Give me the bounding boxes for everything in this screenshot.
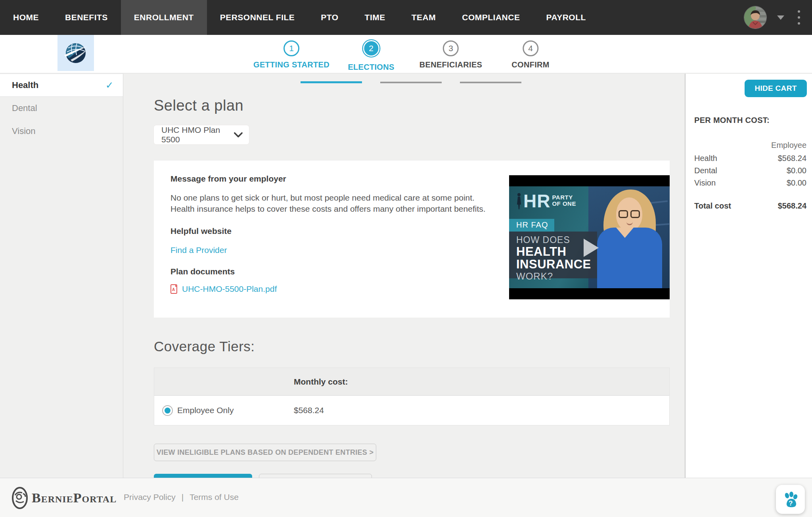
cart-column-employee: Employee bbox=[771, 139, 806, 151]
step-1-circle: 1 bbox=[283, 40, 299, 56]
monthly-cost-header: Monthly cost: bbox=[294, 377, 348, 387]
step-2-circle: 2 bbox=[362, 39, 380, 57]
sidebar-item-health[interactable]: Health ✓ bbox=[0, 74, 123, 97]
nav-item-personnel-file[interactable]: PERSONNEL FILE bbox=[207, 0, 308, 35]
enrollment-stepper: 1 GETTING STARTED 2 ELECTIONS 3 BENEFICI… bbox=[0, 35, 812, 73]
pdf-file-icon: A bbox=[170, 284, 178, 294]
cart-row-dental: Dental$0.00 bbox=[694, 165, 806, 177]
bernieportal-brand: BerniePortal bbox=[11, 486, 117, 509]
nav-right-cluster bbox=[744, 0, 812, 35]
hr-party-of-one-logo: HR PARTY OF ONE bbox=[516, 193, 576, 210]
cart-panel: HIDE CART PER MONTH COST: Employee Healt… bbox=[685, 74, 812, 478]
hr-logo-text: HR bbox=[523, 193, 550, 209]
nav-item-time[interactable]: TIME bbox=[352, 0, 398, 35]
nav-item-payroll[interactable]: PAYROLL bbox=[533, 0, 599, 35]
tier-name: Employee Only bbox=[177, 406, 234, 415]
employer-message-title: Message from your employer bbox=[170, 174, 499, 184]
tier-row-employee-only: Employee Only $568.24 bbox=[154, 396, 669, 425]
paw-help-icon: ? bbox=[782, 491, 799, 508]
plan-pdf-name: UHC-HMO-5500-Plan.pdf bbox=[182, 284, 277, 294]
plan-pdf-link[interactable]: A UHC-HMO-5500-Plan.pdf bbox=[170, 284, 277, 294]
sidebar-item-label: Vision bbox=[12, 126, 36, 136]
tier-table-header: Monthly cost: bbox=[154, 368, 669, 396]
coverage-tiers-table: Monthly cost: Employee Only $568.24 bbox=[154, 368, 670, 425]
view-ineligible-plans-button[interactable]: VIEW INELIGIBLE PLANS BASED ON DEPENDENT… bbox=[154, 444, 376, 461]
cart-total-row: Total cost$568.24 bbox=[694, 200, 806, 212]
nav-item-home[interactable]: HOME bbox=[0, 0, 52, 35]
footer-links: Privacy Policy | Terms of Use bbox=[124, 492, 239, 502]
health-complete-check-icon: ✓ bbox=[105, 80, 113, 91]
nav-item-enrollment[interactable]: ENROLLMENT bbox=[121, 0, 207, 35]
tier-cost: $568.24 bbox=[294, 406, 324, 415]
video-presenter-photo bbox=[588, 186, 670, 288]
sidebar-item-vision[interactable]: Vision bbox=[0, 120, 123, 143]
nav-item-compliance[interactable]: COMPLIANCE bbox=[449, 0, 533, 35]
sidebar-item-dental[interactable]: Dental bbox=[0, 97, 123, 120]
benefits-sidebar: Health ✓ Dental Vision bbox=[0, 74, 123, 143]
user-avatar[interactable] bbox=[744, 6, 767, 29]
help-chat-button[interactable]: ? bbox=[776, 485, 805, 514]
main-content: Select a plan UHC HMO Plan 5500 Message … bbox=[123, 74, 685, 478]
enrollment-page: HOME BENEFITS ENROLLMENT PERSONNEL FILE … bbox=[0, 0, 812, 517]
step-4-circle: 4 bbox=[523, 40, 538, 56]
step-2-label: ELECTIONS bbox=[348, 63, 394, 72]
sidebar-item-label: Health bbox=[12, 80, 38, 90]
employee-only-radio[interactable] bbox=[162, 405, 173, 416]
nav-item-benefits[interactable]: BENEFITS bbox=[52, 0, 121, 35]
bernieportal-logo-icon bbox=[11, 486, 29, 509]
terms-of-use-link[interactable]: Terms of Use bbox=[190, 492, 239, 502]
page-title: Select a plan bbox=[154, 97, 685, 114]
svg-text:?: ? bbox=[789, 500, 793, 507]
step-3-circle: 3 bbox=[443, 40, 459, 56]
footer: BerniePortal Privacy Policy | Terms of U… bbox=[0, 478, 812, 517]
party-of-one-text: PARTY OF ONE bbox=[552, 194, 576, 207]
employer-message-card: Message from your employer No one plans … bbox=[154, 161, 670, 318]
hr-faq-badge: HR FAQ bbox=[509, 219, 554, 232]
play-button-icon[interactable] bbox=[584, 239, 599, 257]
employer-message-body: No one plans to get sick or hurt, but mo… bbox=[170, 192, 494, 214]
per-month-cost-heading: PER MONTH COST: bbox=[694, 116, 812, 125]
top-nav: HOME BENEFITS ENROLLMENT PERSONNEL FILE … bbox=[0, 0, 812, 35]
cart-row-health: Health$568.24 bbox=[694, 152, 806, 165]
plan-select-value: UHC HMO Plan 5500 bbox=[161, 125, 234, 144]
privacy-policy-link[interactable]: Privacy Policy bbox=[124, 492, 176, 502]
find-provider-link[interactable]: Find a Provider bbox=[170, 245, 227, 255]
plan-select-dropdown[interactable]: UHC HMO Plan 5500 bbox=[154, 125, 249, 144]
account-menu-caret-icon[interactable] bbox=[777, 15, 784, 20]
header-row: 1 GETTING STARTED 2 ELECTIONS 3 BENEFICI… bbox=[0, 35, 812, 73]
step-1-label: GETTING STARTED bbox=[253, 60, 329, 69]
video-frame: HR PARTY OF ONE HR FAQ HOW DOES HEALTH I… bbox=[509, 186, 670, 288]
step-3-label: BENEFICIARIES bbox=[419, 60, 482, 69]
step-4-label: CONFIRM bbox=[511, 60, 549, 69]
overflow-menu-icon[interactable] bbox=[795, 8, 803, 27]
nav-item-pto[interactable]: PTO bbox=[308, 0, 351, 35]
helpful-website-label: Helpful website bbox=[170, 226, 499, 236]
sidebar-item-label: Dental bbox=[12, 103, 37, 113]
person-silhouette-icon bbox=[516, 193, 522, 210]
svg-text:A: A bbox=[172, 287, 175, 292]
video-thumbnail[interactable]: HR PARTY OF ONE HR FAQ HOW DOES HEALTH I… bbox=[509, 175, 670, 299]
footer-links-separator: | bbox=[182, 492, 184, 502]
chevron-down-icon bbox=[234, 132, 243, 138]
coverage-tiers-heading: Coverage Tiers: bbox=[154, 339, 685, 354]
hide-cart-button[interactable]: HIDE CART bbox=[745, 80, 807, 97]
nav-item-team[interactable]: TEAM bbox=[398, 0, 449, 35]
bernieportal-brand-text: BerniePortal bbox=[32, 490, 117, 506]
avatar-photo bbox=[744, 6, 767, 29]
cart-cost-table: Employee Health$568.24 Dental$0.00 Visio… bbox=[694, 139, 806, 212]
plan-documents-label: Plan documents bbox=[170, 267, 499, 276]
cart-row-vision: Vision$0.00 bbox=[694, 177, 806, 189]
